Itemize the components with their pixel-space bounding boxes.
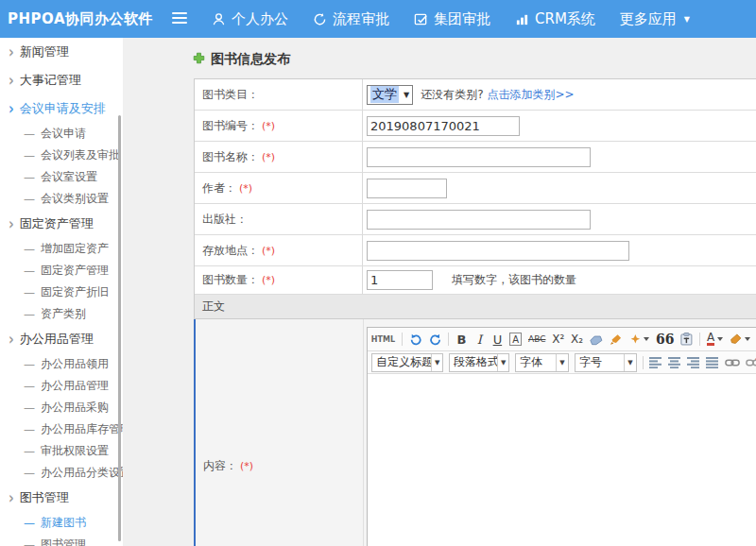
menu-toggle-icon[interactable] (172, 12, 187, 26)
align-right-icon[interactable] (687, 354, 700, 371)
nav-label: 个人办公 (232, 10, 288, 28)
nav-personal-office[interactable]: 个人办公 (212, 10, 288, 28)
font-border-button[interactable]: A (509, 333, 522, 346)
chevron-right-icon: › (9, 71, 14, 89)
required-marker: (*) (262, 120, 275, 132)
topbar: PHPOA协同办公软件 个人办公 流程审批 集团审批 (0, 0, 756, 38)
sidebar: ›新闻管理 ›大事记管理 ›会议申请及安排 —会议申请 —会议列表及审批 —会议… (0, 38, 123, 546)
chevron-right-icon: › (9, 488, 14, 506)
sidebar-scrollbar-thumb[interactable] (118, 115, 121, 541)
link-icon[interactable] (725, 354, 740, 371)
superscript-button[interactable]: X² (552, 331, 564, 348)
sidebar-item-office-supplies-management[interactable]: ›办公用品管理 (0, 325, 123, 353)
align-center-icon[interactable] (668, 354, 681, 371)
dash-icon: — (24, 243, 35, 256)
process-icon (313, 12, 327, 26)
sidebar-item-approval-permission-settings[interactable]: —审批权限设置 (0, 440, 123, 462)
sidebar-item-meeting-apply-arrange[interactable]: ›会议申请及安排 (0, 94, 123, 123)
form-row-content: 内容：(*) HTML B I U A AB (194, 319, 756, 546)
auto-typeset-icon[interactable] (629, 331, 650, 348)
sidebar-item-fixed-asset-management[interactable]: —固定资产管理 (0, 260, 123, 282)
bold-button[interactable]: B (455, 331, 467, 348)
font-color-button[interactable]: A (707, 331, 723, 348)
sidebar-item-fixed-assets-management[interactable]: ›固定资产管理 (0, 210, 123, 238)
form-row-category: 图书类目： 文学 ▼ 还没有类别? 点击添加类别>> (195, 79, 756, 111)
top-navigation: 个人办公 流程审批 集团审批 CRM系统 更多应用 (212, 0, 690, 38)
caret-down-icon: ▼ (556, 354, 568, 371)
book-name-input[interactable] (367, 147, 591, 167)
highlight-pen-icon[interactable] (730, 331, 750, 348)
custom-heading-select[interactable]: 自定义标题▼ (371, 353, 443, 372)
sidebar-item-meeting-list-approval[interactable]: —会议列表及审批 (0, 145, 123, 166)
align-justify-icon[interactable] (706, 354, 719, 371)
caret-down-icon: ▼ (684, 15, 690, 24)
format-brush-icon[interactable] (610, 331, 623, 348)
sidebar-item-news-management[interactable]: ›新闻管理 (0, 38, 123, 66)
align-left-icon[interactable] (649, 354, 662, 371)
dash-icon: — (24, 380, 35, 393)
font-size-select[interactable]: 字号▼ (575, 353, 637, 372)
sidebar-item-meeting-room-settings[interactable]: —会议室设置 (0, 166, 123, 188)
caret-down-icon: ▼ (404, 91, 409, 99)
undo-icon[interactable] (409, 331, 422, 348)
nav-crm-system[interactable]: CRM系统 (515, 10, 595, 28)
dash-icon: — (24, 286, 35, 299)
sidebar-item-meeting-apply[interactable]: —会议申请 (0, 123, 123, 145)
paste-text-icon[interactable] (680, 331, 693, 348)
form-row-author: 作者：(*) (195, 173, 756, 204)
sidebar-item-book-management[interactable]: —图书管理 (0, 534, 123, 546)
paragraph-format-select[interactable]: 段落格式▼ (449, 353, 509, 372)
underline-button[interactable]: U (491, 331, 503, 348)
category-select[interactable]: 文学 ▼ (367, 85, 413, 105)
caret-down-icon: ▼ (431, 354, 442, 371)
form-row-code: 图书编号：(*) (195, 111, 756, 142)
nav-group-approval[interactable]: 集团审批 (414, 10, 490, 28)
required-marker: (*) (239, 182, 252, 195)
redo-icon[interactable] (429, 331, 442, 348)
nav-label: 流程审批 (333, 10, 389, 28)
sidebar-item-fixed-asset-depreciation[interactable]: —固定资产折旧 (0, 282, 123, 303)
sidebar-item-meeting-category-settings[interactable]: —会议类别设置 (0, 188, 123, 210)
user-icon (212, 12, 226, 26)
dash-icon: — (24, 149, 35, 162)
quantity-label: 图书数量： (202, 272, 259, 288)
book-code-input[interactable] (367, 116, 520, 136)
sidebar-item-events-management[interactable]: ›大事记管理 (0, 66, 123, 94)
caret-down-icon: ▼ (624, 354, 636, 371)
subscript-button[interactable]: X₂ (571, 331, 583, 348)
eraser-icon[interactable] (590, 331, 603, 348)
sidebar-item-supplies-management[interactable]: —办公用品管理 (0, 375, 123, 397)
add-plus-icon (193, 50, 205, 68)
author-input[interactable] (367, 179, 447, 198)
dash-icon: — (24, 264, 35, 278)
sidebar-item-supplies-purchase[interactable]: —办公用品采购 (0, 397, 123, 418)
sidebar-item-book-management-group[interactable]: ›图书管理 (0, 484, 123, 512)
chart-icon (515, 12, 529, 26)
unlink-icon[interactable] (746, 354, 756, 371)
editor-toolbar-row2: 自定义标题▼ 段落格式▼ 字体▼ 字号▼ (368, 351, 756, 374)
strikethrough-button[interactable]: ABC (528, 331, 545, 348)
blockquote-button[interactable]: 66 (656, 331, 674, 348)
html-source-button[interactable]: HTML (371, 331, 395, 348)
sidebar-item-supplies-category-settings[interactable]: —办公用品分类设置 (0, 462, 123, 484)
author-label: 作者： (202, 180, 236, 196)
form-row-location: 存放地点：(*) (195, 235, 756, 266)
sidebar-item-asset-category[interactable]: —资产类别 (0, 303, 123, 325)
sidebar-item-new-book[interactable]: —新建图书 (0, 512, 123, 534)
dash-icon: — (24, 358, 35, 371)
nav-more-apps[interactable]: 更多应用 ▼ (620, 10, 690, 28)
quantity-input[interactable] (367, 270, 433, 290)
nav-process-approval[interactable]: 流程审批 (313, 10, 389, 28)
font-family-select[interactable]: 字体▼ (515, 353, 569, 372)
publisher-input[interactable] (367, 210, 591, 230)
italic-button[interactable]: I (473, 331, 485, 348)
body-section-header: 正文 (195, 295, 756, 319)
sidebar-item-supplies-inventory[interactable]: —办公用品库存管理 (0, 418, 123, 440)
editor-content-area[interactable] (368, 374, 756, 546)
location-input[interactable] (367, 241, 629, 261)
sidebar-item-supplies-requisition[interactable]: —办公用品领用 (0, 353, 123, 375)
nav-label: CRM系统 (535, 10, 595, 28)
app-logo: PHPOA协同办公软件 (8, 0, 153, 38)
sidebar-item-add-fixed-asset[interactable]: —增加固定资产 (0, 238, 123, 260)
add-category-link[interactable]: 点击添加类别>> (488, 87, 575, 103)
